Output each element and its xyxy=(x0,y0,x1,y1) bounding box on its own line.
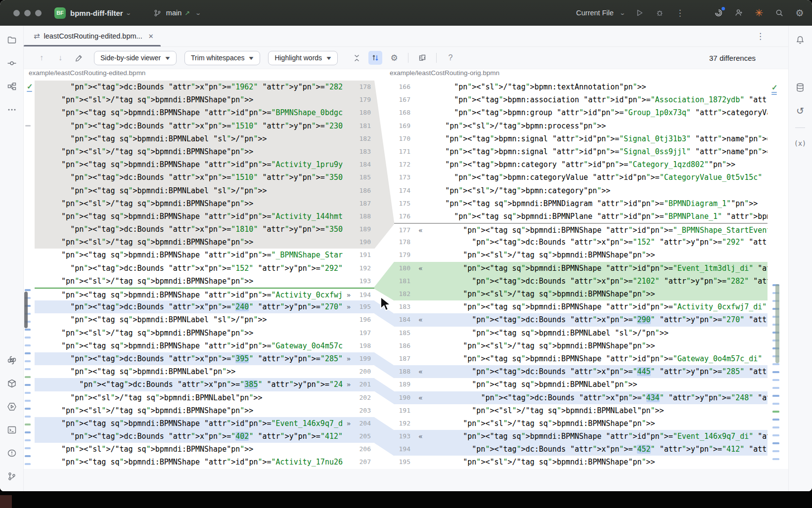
code-line[interactable]: "pn"><"tag sq">bpmndi:BPMNPlane "attr">i… xyxy=(427,210,767,223)
structure-icon[interactable] xyxy=(3,78,20,95)
line-number[interactable]: 186 xyxy=(355,184,374,197)
search-icon[interactable] xyxy=(774,7,785,18)
commit-icon[interactable] xyxy=(3,55,20,72)
inspections-ok-icon[interactable]: ✓ xyxy=(27,83,33,92)
code-line[interactable]: "pn"><"tag sq">bpmndi:BPMNLabel"pn">> xyxy=(427,378,767,391)
code-line[interactable]: "pn"><"tag sq">bpmndi:BPMNShape "attr">i… xyxy=(427,262,767,275)
code-line[interactable]: "pn"><"sl">/"tag sq">bpmndi:BPMNShape"pn… xyxy=(35,197,343,210)
line-number[interactable]: 193 xyxy=(394,430,414,443)
line-number[interactable]: 171 xyxy=(394,145,414,158)
starburst-icon[interactable]: ✳ xyxy=(754,7,765,18)
project-name[interactable]: bpmn-diff-filter xyxy=(70,9,123,17)
line-number[interactable]: 201 xyxy=(355,378,374,391)
right-scrollbar-thumb[interactable] xyxy=(775,284,779,363)
diff-map-mark[interactable] xyxy=(25,463,31,465)
code-line[interactable]: "pn"><"sl">/"tag sq">bpmndi:BPMNShape"pn… xyxy=(35,404,343,417)
code-line[interactable]: "pn"><"sl">/"tag sq">bpmndi:BPMNShape"pn… xyxy=(35,443,343,456)
line-number[interactable]: 184 xyxy=(394,313,414,326)
line-number[interactable]: 192 xyxy=(355,262,374,275)
apply-change-chevron-icon[interactable]: « xyxy=(414,391,427,404)
code-line[interactable]: "pn"><"tag sq">bpmndi:BPMNShape "attr">i… xyxy=(427,352,767,365)
line-number[interactable]: 188 xyxy=(355,210,374,223)
line-number[interactable]: 178 xyxy=(355,81,374,93)
code-line[interactable]: "pn"><"sl">/"tag sq">bpmndi:BPMNLabel"pn… xyxy=(427,404,767,417)
diff-map-mark[interactable] xyxy=(772,442,779,444)
code-line[interactable]: "pn"><"tag">bpmn:categoryValue "attr">id… xyxy=(427,171,767,184)
line-number[interactable]: 193 xyxy=(355,275,374,288)
diff-map-mark[interactable] xyxy=(25,337,31,339)
line-number[interactable]: 174 xyxy=(394,184,414,197)
diff-settings-gear-icon[interactable]: ⚙ xyxy=(387,51,401,65)
code-line[interactable]: "pn"><"tag">dc:Bounds "attr">x"pn">="402… xyxy=(35,430,343,443)
tab-leastcostrouting-edited[interactable]: ⇄ leastCostRouting-edited.bpm... ✕ xyxy=(24,26,161,46)
history-icon[interactable]: ↺ xyxy=(792,102,809,119)
packages-icon[interactable] xyxy=(3,375,20,392)
line-number[interactable]: 199 xyxy=(355,352,374,365)
tab-options-icon[interactable]: ⋮ xyxy=(756,31,765,42)
code-line[interactable]: "pn"><"sl">/"tag sq">bpmndi:BPMNShape"pn… xyxy=(427,456,767,468)
code-line[interactable]: "pn"><"tag sq">bpmndi:BPMNLabel "sl">/"p… xyxy=(35,313,343,326)
line-number[interactable]: 197 xyxy=(355,327,374,339)
code-line[interactable]: "pn"><"sl">/"tag sq">bpmndi:BPMNShape"pn… xyxy=(35,236,343,249)
code-line[interactable]: "pn"><"tag sq">bpmndi:BPMNShape "attr">i… xyxy=(35,339,343,352)
code-line[interactable]: "pn"><"sl">/"tag sq">bpmndi:BPMNShape"pn… xyxy=(35,145,343,158)
line-number[interactable]: 192 xyxy=(394,417,414,430)
code-line[interactable]: "pn"><"tag">dc:Bounds "attr">x"pn">="151… xyxy=(35,171,343,184)
code-line[interactable]: "pn"><"tag">dc:Bounds "attr">x"pn">="385… xyxy=(35,378,343,391)
code-line[interactable]: "pn"><"tag sq">bpmndi:BPMNShape "attr">i… xyxy=(427,430,767,443)
diff-map-mark[interactable] xyxy=(772,363,779,365)
run-button[interactable] xyxy=(634,7,645,18)
diff-map-mark[interactable] xyxy=(772,458,779,460)
more-actions-button[interactable]: ⋮ xyxy=(675,7,685,18)
line-number[interactable]: 176 xyxy=(394,210,414,223)
code-line[interactable]: "pn"><"sl">/"tag sq">bpmndi:BPMNShape"pn… xyxy=(427,288,767,300)
diff-map-mark[interactable] xyxy=(25,447,31,449)
line-number[interactable]: 180 xyxy=(355,106,374,119)
edit-icon[interactable] xyxy=(72,51,86,65)
line-number[interactable]: 181 xyxy=(355,120,374,132)
code-line[interactable]: "pn"><"tag">dc:Bounds "attr">x"pn">="181… xyxy=(35,223,343,236)
diff-map-mark[interactable] xyxy=(25,329,31,331)
line-number[interactable]: 195 xyxy=(394,456,414,468)
database-icon[interactable] xyxy=(792,79,809,96)
project-icon[interactable]: BF xyxy=(54,7,66,19)
diff-map-mark[interactable] xyxy=(25,431,31,433)
line-number[interactable]: 189 xyxy=(355,223,374,236)
line-number[interactable]: 196 xyxy=(355,313,374,326)
minimize-window-button[interactable] xyxy=(24,10,31,16)
compare-files-icon[interactable] xyxy=(415,51,429,65)
notifications-icon[interactable] xyxy=(792,32,809,48)
code-line[interactable]: "pn"><"tag">bpmn:signal "attr">id"pn">="… xyxy=(427,132,767,145)
apply-change-chevron-icon[interactable]: « xyxy=(414,430,427,443)
inspections-ok-icon[interactable]: ✓ xyxy=(771,84,778,95)
code-line[interactable]: "pn"><"tag">dc:Bounds "attr">x"pn">="210… xyxy=(427,275,767,288)
next-difference-button[interactable]: ↓ xyxy=(53,51,67,65)
diff-map-mark[interactable] xyxy=(25,352,31,354)
line-number[interactable]: 194 xyxy=(394,443,414,456)
line-number[interactable]: 191 xyxy=(355,249,374,261)
line-number[interactable]: 166 xyxy=(394,81,414,93)
code-line[interactable]: "pn"><"sl">/"tag sq">bpmndi:BPMNShape"pn… xyxy=(35,275,343,288)
diff-map-mark[interactable] xyxy=(772,450,779,452)
code-line[interactable]: "pn"><"sl">/"tag sq">bpmndi:BPMNShape"pn… xyxy=(427,339,767,352)
code-line[interactable]: "pn"><"sl">/"tag sq">bpmndi:BPMNShape"pn… xyxy=(427,249,767,261)
diff-map-mark[interactable] xyxy=(772,403,779,405)
code-line[interactable]: "pn"><"tag">dc:Bounds "attr">x"pn">="240… xyxy=(35,300,343,313)
code-line[interactable]: "pn"><"tag sq">bpmndi:BPMNShape "attr">i… xyxy=(35,417,343,430)
synchronize-scrolling-button[interactable] xyxy=(368,51,382,65)
code-line[interactable]: "pn"><"tag sq">bpmndi:BPMNShape "attr">i… xyxy=(35,249,343,261)
line-number[interactable]: 185 xyxy=(355,171,374,184)
diff-map-mark[interactable] xyxy=(772,379,779,381)
diff-map-mark[interactable] xyxy=(772,371,779,373)
code-line[interactable]: "pn"><"tag">dc:Bounds "attr">x"pn">="290… xyxy=(427,313,767,326)
apply-change-chevron-icon[interactable]: » xyxy=(343,417,355,430)
left-line-numbers[interactable]: 1781791801811821831841851861871881891901… xyxy=(355,81,374,469)
line-number[interactable]: 181 xyxy=(394,275,414,288)
line-number[interactable]: 172 xyxy=(394,158,414,171)
line-number[interactable]: 168 xyxy=(394,106,414,119)
line-number[interactable]: 173 xyxy=(394,171,414,184)
line-number[interactable]: 187 xyxy=(355,197,374,210)
code-line[interactable]: "pn"><"tag">bpmn:category "attr">id"pn">… xyxy=(427,158,767,171)
help-button[interactable]: ? xyxy=(444,51,457,65)
code-line[interactable]: "pn"><"tag">bpmn:group "attr">id"pn">="G… xyxy=(427,106,767,119)
